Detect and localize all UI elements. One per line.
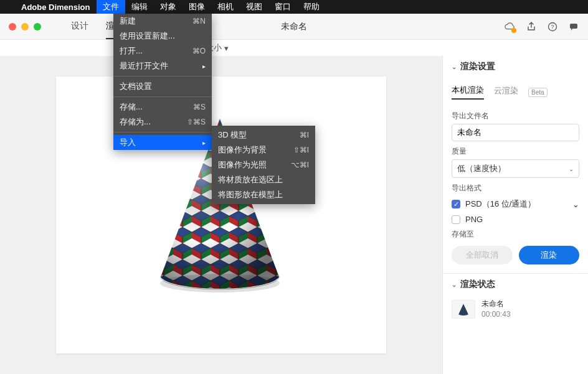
cancel-all-button[interactable]: 全部取消 [452,246,513,264]
render-status-time: 00:00:43 [481,309,511,320]
svg-rect-2 [570,24,577,29]
render-thumbnail [452,300,475,319]
menu-recent-files[interactable]: 最近打开文件▸ [113,58,212,73]
png-checkbox[interactable] [452,215,460,224]
render-status-row[interactable]: 未命名 00:00:43 [452,299,579,320]
saveto-label: 存储至 [452,229,579,240]
menu-new[interactable]: 新建⌘N [113,14,212,29]
artboard [56,77,386,353]
right-panel: ⌄ 渲染设置 本机渲染 云渲染 Beta 导出文件名 质量 低（速度快） ⌄ 导… [442,56,588,374]
main-area: ⌄ 渲染设置 本机渲染 云渲染 Beta 导出文件名 质量 低（速度快） ⌄ 导… [0,56,588,374]
render-button[interactable]: 渲染 [519,246,580,264]
psd-label: PSD（16 位/通道） [465,199,536,210]
canvas-area[interactable] [0,56,442,374]
import-submenu: 3D 模型⌘I 图像作为背景⇧⌘I 图像作为光照⌥⌘I 将材质放在选区上 将图形… [212,126,315,204]
titlebar: 设计 渲染 未命名 ? [0,14,588,40]
render-settings-title: 渲染设置 [460,61,495,72]
psd-checkbox[interactable]: ✓ [452,200,460,208]
filename-label: 导出文件名 [452,111,579,121]
chevron-down-icon: ⌄ [452,63,457,70]
close-window-button[interactable] [9,23,16,30]
menu-window[interactable]: 窗口 [268,0,297,14]
render-status-header[interactable]: ⌄ 渲染状态 [443,274,588,292]
menu-save[interactable]: 存储...⌘S [113,100,212,115]
quality-select[interactable]: 低（速度快） ⌄ [452,159,579,178]
menu-view[interactable]: 视图 [240,0,268,14]
feedback-icon[interactable] [568,21,579,32]
render-settings-header[interactable]: ⌄ 渲染设置 [443,56,588,75]
help-icon[interactable]: ? [547,21,558,32]
menu-new-with-settings[interactable]: 使用设置新建... [113,29,212,44]
traffic-lights [0,23,41,30]
menu-help[interactable]: 帮助 [297,0,326,14]
chevron-down-icon[interactable]: ⌄ [572,200,579,209]
render-toolbar: 大小 ▾ [0,40,588,56]
menu-file[interactable]: 文件 [97,0,125,14]
mac-menubar: Adobe Dimension 文件 编辑 对象 图像 相机 视图 窗口 帮助 [0,0,588,14]
menu-import[interactable]: 导入▸ [113,135,212,150]
submenu-graphic-on-model[interactable]: 将图形放在模型上 [212,187,315,202]
menu-camera[interactable]: 相机 [211,0,240,14]
tab-cloud-render[interactable]: 云渲染 [494,85,518,99]
render-status-name: 未命名 [481,299,511,309]
menu-object[interactable]: 对象 [154,0,183,14]
png-label: PNG [465,215,483,224]
submenu-material-on-selection[interactable]: 将材质放在选区上 [212,172,315,187]
beta-badge: Beta [528,88,548,97]
quality-label: 质量 [452,146,579,157]
menu-image[interactable]: 图像 [183,0,211,14]
cloud-sync-icon[interactable] [505,21,516,32]
chevron-down-icon: ⌄ [452,281,457,288]
render-status-title: 渲染状态 [460,279,495,290]
chevron-down-icon: ⌄ [569,166,574,172]
menu-edit[interactable]: 编辑 [125,0,154,14]
menu-save-as[interactable]: 存储为...⇧⌘S [113,115,212,129]
menu-doc-settings[interactable]: 文档设置 [113,79,212,94]
file-menu-dropdown: 新建⌘N 使用设置新建... 打开...⌘O 最近打开文件▸ 文档设置 存储..… [113,14,212,150]
share-icon[interactable] [526,21,537,32]
mode-tab-design[interactable]: 设计 [71,14,88,39]
quality-value: 低（速度快） [457,163,506,174]
filename-input[interactable] [452,124,579,141]
tab-local-render[interactable]: 本机渲染 [452,85,484,100]
submenu-3d-model[interactable]: 3D 模型⌘I [212,128,315,143]
submenu-image-as-light[interactable]: 图像作为光照⌥⌘I [212,157,315,172]
menu-open[interactable]: 打开...⌘O [113,44,212,58]
svg-text:?: ? [551,24,554,30]
zoom-window-button[interactable] [34,23,41,30]
format-label: 导出格式 [452,183,579,194]
submenu-image-as-background[interactable]: 图像作为背景⇧⌘I [212,143,315,157]
minimize-window-button[interactable] [21,23,29,30]
size-dropdown-chevron[interactable]: ▾ [224,44,229,53]
app-name: Adobe Dimension [15,2,97,12]
document-title: 未命名 [281,21,307,32]
